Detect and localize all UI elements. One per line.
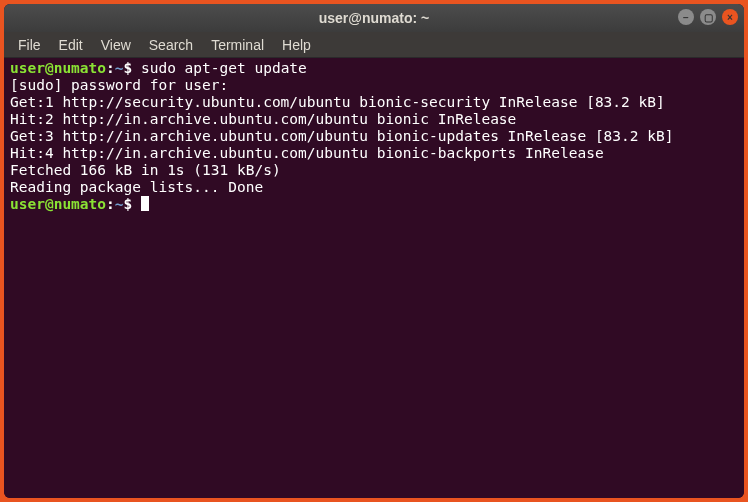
terminal-line: Reading package lists... Done [10, 179, 738, 196]
menu-search[interactable]: Search [141, 35, 201, 55]
prompt-dollar: $ [124, 196, 141, 212]
terminal-line: Get:1 http://security.ubuntu.com/ubuntu … [10, 94, 738, 111]
terminal-line: user@numato:~$ [10, 196, 738, 213]
cursor-icon [141, 196, 149, 211]
prompt-user: user@numato [10, 60, 106, 76]
prompt-path: ~ [115, 60, 124, 76]
menu-view[interactable]: View [93, 35, 139, 55]
terminal-window: user@numato: ~ − ▢ × File Edit View Sear… [4, 4, 744, 498]
close-button[interactable]: × [722, 9, 738, 25]
window-title: user@numato: ~ [319, 10, 430, 26]
titlebar: user@numato: ~ − ▢ × [4, 4, 744, 32]
terminal-body[interactable]: user@numato:~$ sudo apt-get update[sudo]… [4, 58, 744, 498]
command-text: sudo apt-get update [141, 60, 307, 76]
minimize-icon: − [683, 12, 689, 23]
minimize-button[interactable]: − [678, 9, 694, 25]
window-controls: − ▢ × [678, 9, 738, 25]
menu-help[interactable]: Help [274, 35, 319, 55]
close-icon: × [727, 12, 733, 23]
terminal-line: Hit:2 http://in.archive.ubuntu.com/ubunt… [10, 111, 738, 128]
terminal-line: [sudo] password for user: [10, 77, 738, 94]
menu-edit[interactable]: Edit [51, 35, 91, 55]
prompt-path: ~ [115, 196, 124, 212]
prompt-user: user@numato [10, 196, 106, 212]
menu-file[interactable]: File [10, 35, 49, 55]
terminal-line: user@numato:~$ sudo apt-get update [10, 60, 738, 77]
terminal-line: Hit:4 http://in.archive.ubuntu.com/ubunt… [10, 145, 738, 162]
terminal-line: Fetched 166 kB in 1s (131 kB/s) [10, 162, 738, 179]
prompt-sep: : [106, 60, 115, 76]
menubar: File Edit View Search Terminal Help [4, 32, 744, 58]
prompt-sep: : [106, 196, 115, 212]
terminal-line: Get:3 http://in.archive.ubuntu.com/ubunt… [10, 128, 738, 145]
maximize-icon: ▢ [704, 12, 713, 23]
menu-terminal[interactable]: Terminal [203, 35, 272, 55]
prompt-dollar: $ [124, 60, 141, 76]
maximize-button[interactable]: ▢ [700, 9, 716, 25]
